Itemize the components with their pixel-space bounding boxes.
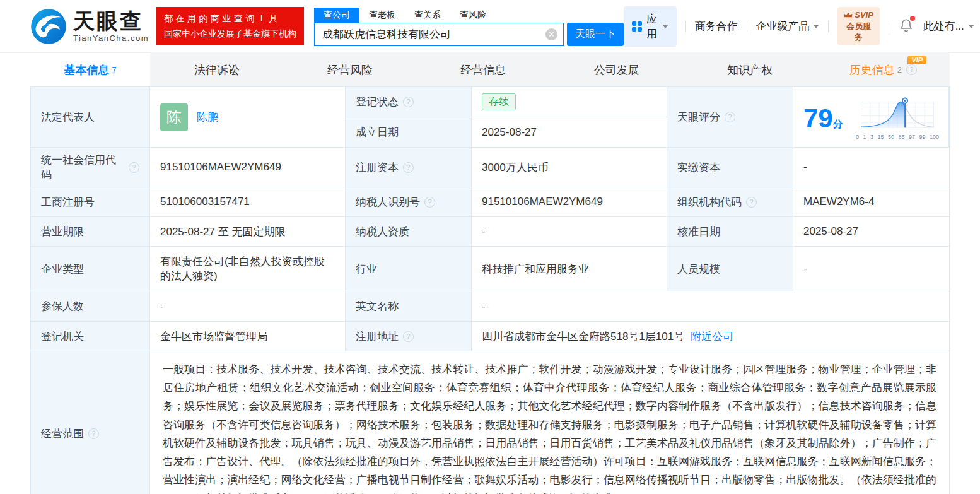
help-icon[interactable]: ? (403, 162, 414, 173)
field-value: 四川省成都市金牛区金府路518号1层101号 (482, 329, 684, 344)
insured-count-value-cell: - (150, 291, 346, 322)
user-name: 此处有... (923, 19, 964, 33)
score-unit: 分 (833, 119, 843, 129)
chevron-down-icon (662, 25, 668, 28)
field-label: 组织机构代码 (677, 195, 742, 209)
reg-status-label-cell: 登记状态 ? (346, 87, 472, 117)
field-value: 2025-08-27 (482, 126, 537, 139)
field-value: 金牛区市场监督管理局 (160, 329, 267, 344)
field-label: 实缴资本 (677, 160, 720, 175)
tianyancha-logo[interactable]: 天眼查 TianYanCha.com (30, 8, 149, 45)
tab-legal-proceedings[interactable]: 法律诉讼 (150, 53, 283, 86)
svip-member-button[interactable]: SVIP 会员服务 (837, 7, 880, 45)
slogan-line2: 国家中小企业发展子基金旗下机构 (164, 26, 296, 41)
company-basic-info-table: 法定代表人 陈 陈鹏 登记状态 ? 存续 天眼评分 ? 79分 (30, 86, 950, 494)
score-label-cell: 天眼评分 ? (667, 87, 793, 148)
tab-label: 经营信息 (460, 62, 506, 78)
help-icon[interactable]: ? (424, 197, 435, 208)
business-term-label-cell: 营业期限 (31, 217, 150, 247)
paid-capital-label-cell: 实缴资本 (667, 148, 793, 187)
field-value: 2025-08-27 至 无固定期限 (160, 225, 285, 239)
field-value: - (482, 225, 486, 238)
tab-label: 基本信息 (64, 62, 109, 78)
tab-history-info[interactable]: VIP 历史信息 2 ? (817, 53, 950, 86)
logo-domain: TianYanCha.com (73, 34, 149, 43)
field-label: 经营范围 (41, 426, 84, 441)
insured-count-label-cell: 参保人数 (31, 291, 150, 322)
search-tab-relation[interactable]: 查关系 (405, 8, 450, 23)
search-block: 查公司 查老板 查关系 查风险 ✕ 天眼一下 (314, 8, 624, 46)
tab-company-development[interactable]: 公司发展 (550, 53, 683, 86)
notification-dot (910, 16, 915, 21)
field-label: 企业类型 (41, 262, 84, 276)
company-type-label-cell: 企业类型 (31, 247, 150, 291)
score-number: 79分 (803, 105, 843, 132)
header-right-nav: 应用 商务合作 企业级产品 SVIP 会员服务 此处有... (624, 6, 974, 47)
vip-badge: VIP (907, 56, 926, 64)
tab-operation-risk[interactable]: 经营风险 (283, 53, 416, 86)
field-value: 510106003157471 (160, 196, 250, 208)
field-label: 注册地址 (356, 329, 399, 344)
approval-date-value-cell: 2025-08-27 (793, 217, 949, 247)
field-label: 行业 (356, 262, 377, 276)
apps-menu-button[interactable]: 应用 (624, 6, 677, 47)
field-value: 有限责任公司(非自然人投资或控股的法人独资) (160, 254, 335, 283)
tianyancha-logo-icon (30, 8, 67, 45)
help-icon[interactable]: ? (88, 428, 99, 439)
industry-label-cell: 行业 (346, 247, 472, 291)
divider (685, 21, 686, 32)
search-button[interactable]: 天眼一下 (567, 23, 624, 46)
tab-intellectual-property[interactable]: 知识产权 (683, 53, 816, 86)
english-name-value-cell: - (472, 291, 949, 322)
org-code-value-cell: MAEW2YM6-4 (793, 187, 949, 217)
search-input[interactable] (314, 23, 564, 46)
help-icon[interactable]: ? (403, 97, 414, 107)
credit-code-label-cell: 统一社会信用代码? (31, 148, 150, 187)
tab-label: 知识产权 (727, 62, 773, 78)
tab-basic-info[interactable]: 基本信息 7 (30, 53, 150, 86)
field-label: 参保人数 (41, 299, 84, 314)
field-value: 91510106MAEW2YM649 (482, 196, 603, 208)
legal-rep-value-cell: 陈 陈鹏 (150, 87, 346, 148)
brand-slogan: 都在用的商业查询工具 国家中小企业发展子基金旗下机构 (156, 7, 304, 45)
help-icon[interactable]: ? (129, 162, 139, 173)
nearby-companies-link[interactable]: 附近公司 (691, 329, 733, 344)
reg-capital-value-cell: 3000万人民币 (472, 148, 667, 187)
clear-input-icon[interactable]: ✕ (545, 28, 557, 40)
org-code-label-cell: 组织机构代码? (667, 187, 793, 217)
chevron-down-icon (813, 25, 819, 28)
industry-value-cell: 科技推广和应用服务业 (472, 247, 667, 291)
tab-operation-info[interactable]: 经营信息 (417, 53, 550, 86)
business-coop-link[interactable]: 商务合作 (695, 19, 738, 33)
help-icon[interactable]: ? (906, 64, 917, 75)
field-label: 天眼评分 (677, 110, 720, 124)
search-tab-risk[interactable]: 查风险 (450, 8, 496, 23)
legal-rep-avatar[interactable]: 陈 (160, 103, 188, 131)
help-icon[interactable]: ? (746, 197, 757, 208)
field-value: - (160, 300, 164, 313)
user-menu[interactable]: 此处有... (923, 19, 974, 33)
business-scope-text: 一般项目：技术服务、技术开发、技术咨询、技术交流、技术转让、技术推广；软件开发；… (150, 351, 949, 494)
field-value: - (482, 300, 486, 313)
help-icon[interactable]: ? (403, 331, 414, 342)
status-badge: 存续 (482, 93, 516, 110)
field-label: 登记机关 (41, 329, 84, 344)
legal-rep-name-link[interactable]: 陈鹏 (197, 110, 218, 124)
divider (889, 21, 889, 32)
apps-grid-icon (632, 21, 642, 32)
slogan-line1: 都在用的商业查询工具 (164, 11, 296, 26)
reg-address-value-cell: 四川省成都市金牛区金府路518号1层101号 附近公司 (472, 322, 949, 351)
tab-count: 7 (112, 65, 116, 74)
score-distribution-chart: 0131550859799100 (855, 97, 940, 140)
search-tab-company[interactable]: 查公司 (314, 8, 359, 23)
field-label: 纳税人识别号 (356, 195, 420, 209)
search-tab-boss[interactable]: 查老板 (359, 8, 405, 23)
enterprise-products-label: 企业级产品 (755, 19, 809, 33)
field-value: - (803, 161, 807, 173)
notifications-bell-button[interactable] (899, 18, 913, 35)
reg-number-value-cell: 510106003157471 (150, 187, 346, 217)
field-label: 营业期限 (41, 225, 84, 239)
enterprise-products-link[interactable]: 企业级产品 (755, 19, 819, 33)
taxpayer-quality-value-cell: - (472, 217, 667, 247)
help-icon[interactable]: ? (725, 112, 735, 122)
